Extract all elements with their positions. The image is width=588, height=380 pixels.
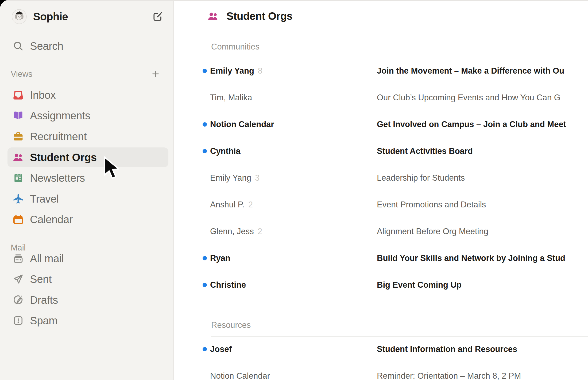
newspaper-icon bbox=[12, 172, 24, 184]
sidebar-item-label: Travel bbox=[30, 193, 59, 205]
email-row[interactable]: Emily Yang8 Join the Movement – Make a D… bbox=[203, 64, 588, 77]
sidebar-item-label: Student Orgs bbox=[30, 151, 97, 164]
account-switcher[interactable]: Sophie bbox=[7, 7, 167, 26]
email-row[interactable]: Ryan Build Your Skills and Network by Jo… bbox=[203, 252, 588, 265]
sidebar-item-spam[interactable]: Spam bbox=[7, 311, 168, 330]
email-subject: Leadership for Students bbox=[377, 173, 588, 183]
avatar bbox=[12, 9, 27, 24]
sidebar-item-label: Calendar bbox=[30, 214, 73, 226]
all-mail-icon bbox=[12, 253, 24, 264]
sidebar-item-student-orgs[interactable]: Student Orgs bbox=[7, 147, 168, 167]
email-list-pane: Student Orgs Communities Emily Yang8 Joi… bbox=[174, 0, 588, 380]
unread-dot bbox=[203, 347, 207, 351]
sidebar-item-travel[interactable]: Travel bbox=[7, 189, 168, 209]
email-sender: Glenn, Jess2 bbox=[210, 227, 377, 236]
email-subject: Get Involved on Campus – Join a Club and… bbox=[377, 120, 588, 129]
sidebar-item-label: Sent bbox=[30, 273, 52, 285]
section-label-communities: Communities bbox=[211, 41, 260, 52]
email-subject: Join the Movement – Make a Difference wi… bbox=[377, 66, 588, 76]
email-row[interactable]: Emily Yang3 Leadership for Students bbox=[203, 172, 588, 184]
window-top-edge bbox=[0, 0, 588, 1]
email-subject: Build Your Skills and Network by Joining… bbox=[377, 253, 588, 263]
search-placeholder: Search bbox=[30, 40, 63, 52]
briefcase-icon bbox=[12, 131, 24, 142]
email-subject: Our Club’s Upcoming Events and How You C… bbox=[377, 93, 588, 102]
email-row[interactable]: Anshul P.2 Event Promotions and Details bbox=[203, 198, 588, 211]
book-icon bbox=[12, 110, 24, 121]
sidebar-item-label: Assignments bbox=[30, 110, 90, 122]
email-sender: Ryan bbox=[210, 253, 377, 263]
sidebar-item-label: Newsletters bbox=[30, 172, 85, 184]
plus-icon bbox=[151, 69, 160, 79]
unread-dot bbox=[203, 149, 207, 153]
mail-app-window: Sophie Search Views bbox=[0, 0, 588, 380]
unread-dot bbox=[203, 283, 207, 287]
email-sender: Tim, Malika bbox=[210, 93, 377, 102]
sidebar-item-label: Inbox bbox=[30, 89, 56, 101]
unread-dot bbox=[203, 122, 207, 127]
sent-icon bbox=[12, 273, 24, 285]
search-icon bbox=[12, 40, 24, 52]
people-icon bbox=[12, 151, 24, 163]
email-subject: Alignment Before Org Meeting bbox=[377, 227, 588, 236]
email-row[interactable]: Christine Big Event Coming Up bbox=[203, 279, 588, 291]
calendar-icon bbox=[12, 214, 24, 225]
add-view-button[interactable] bbox=[150, 68, 161, 80]
email-row[interactable]: Glenn, Jess2 Alignment Before Org Meetin… bbox=[203, 225, 588, 238]
sidebar-item-all-mail[interactable]: All mail bbox=[7, 249, 168, 268]
email-sender: Christine bbox=[210, 280, 377, 290]
spam-icon bbox=[12, 315, 24, 326]
email-row[interactable]: Cynthia Student Activities Board bbox=[203, 145, 588, 158]
email-subject: Event Promotions and Details bbox=[377, 200, 588, 210]
sidebar-item-drafts[interactable]: Drafts bbox=[7, 290, 168, 310]
search-input[interactable]: Search bbox=[7, 36, 168, 56]
sidebar-item-calendar[interactable]: Calendar bbox=[7, 210, 168, 229]
email-sender: Notion Calendar bbox=[210, 120, 377, 129]
sidebar-item-label: Spam bbox=[30, 315, 57, 327]
thread-count: 2 bbox=[258, 227, 262, 236]
page-title: Student Orgs bbox=[226, 10, 292, 22]
email-row[interactable]: Notion Calendar Reminder: Orientation – … bbox=[203, 370, 588, 380]
sidebar-item-label: Drafts bbox=[30, 294, 58, 306]
unread-dot bbox=[203, 256, 207, 260]
email-subject: Big Event Coming Up bbox=[377, 280, 588, 290]
sidebar-item-recruitment[interactable]: Recruitment bbox=[7, 127, 168, 146]
section-divider bbox=[211, 58, 588, 58]
email-subject: Reminder: Orientation – March 8, 2 PM bbox=[377, 371, 588, 380]
people-icon bbox=[207, 10, 219, 22]
email-row[interactable]: Josef Student Information and Resources bbox=[203, 343, 588, 356]
sidebar-item-sent[interactable]: Sent bbox=[7, 269, 168, 289]
thread-count: 8 bbox=[258, 66, 262, 75]
email-sender: Emily Yang8 bbox=[210, 66, 377, 76]
inbox-icon bbox=[12, 89, 24, 101]
compose-button[interactable] bbox=[151, 10, 164, 23]
email-sender: Emily Yang3 bbox=[210, 173, 377, 183]
thread-count: 2 bbox=[248, 200, 253, 209]
thread-count: 3 bbox=[255, 173, 260, 183]
compose-icon bbox=[152, 11, 164, 22]
sidebar: Sophie Search Views bbox=[0, 0, 174, 380]
email-row[interactable]: Tim, Malika Our Club’s Upcoming Events a… bbox=[203, 91, 588, 104]
sidebar-item-label: All mail bbox=[30, 253, 64, 265]
sidebar-item-label: Recruitment bbox=[30, 131, 87, 143]
airplane-icon bbox=[12, 193, 24, 205]
email-subject: Student Information and Resources bbox=[377, 344, 588, 354]
email-sender: Notion Calendar bbox=[210, 371, 377, 380]
views-section-label: Views bbox=[11, 69, 32, 80]
view-header: Student Orgs bbox=[207, 10, 292, 22]
sidebar-item-inbox[interactable]: Inbox bbox=[7, 85, 168, 105]
email-sender: Josef bbox=[210, 344, 377, 354]
email-sender: Cynthia bbox=[210, 146, 377, 156]
account-name: Sophie bbox=[33, 11, 68, 23]
email-subject: Student Activities Board bbox=[377, 146, 588, 156]
unread-dot bbox=[203, 69, 207, 73]
email-row[interactable]: Notion Calendar Get Involved on Campus –… bbox=[203, 118, 588, 131]
drafts-icon bbox=[12, 294, 24, 306]
section-divider bbox=[211, 336, 588, 337]
section-label-resources: Resources bbox=[211, 320, 251, 330]
sidebar-item-newsletters[interactable]: Newsletters bbox=[7, 168, 168, 188]
email-sender: Anshul P.2 bbox=[210, 200, 377, 210]
sidebar-item-assignments[interactable]: Assignments bbox=[7, 106, 168, 126]
